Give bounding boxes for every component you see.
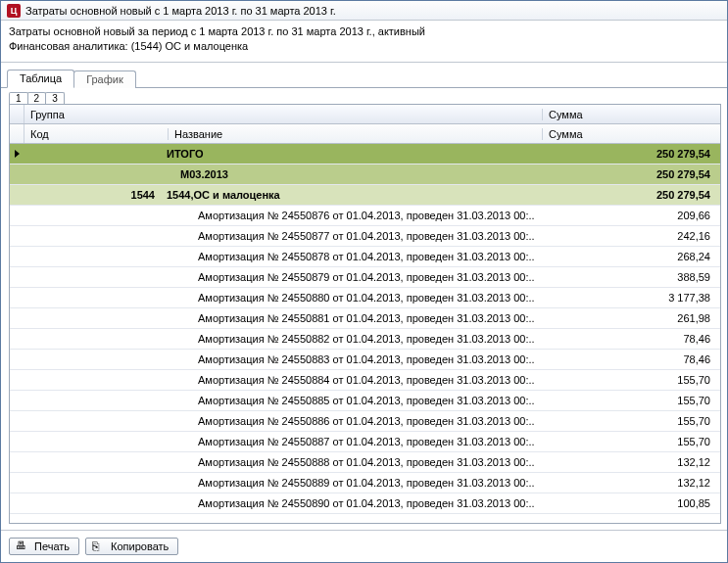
cell-name: Амортизация № 24550884 от 01.04.2013, пр… [161,374,563,386]
cell-name: Амортизация № 24550880 от 01.04.2013, пр… [161,292,563,304]
cell-sum: 268,24 [563,251,720,262]
cell-name: Амортизация № 24550887 от 01.04.2013, пр… [161,436,563,447]
cell-name: ИТОГО [161,148,563,160]
cell-sum: 261,98 [563,312,720,324]
subtab-3[interactable]: 3 [45,92,65,104]
print-icon [16,540,29,552]
cell-sum: 155,70 [563,436,720,447]
tab-table[interactable]: Таблица [7,70,74,88]
copy-icon [92,540,106,552]
table-row[interactable]: Амортизация № 24550890 от 01.04.2013, пр… [10,493,720,514]
col-marker-sub [10,124,24,143]
table-row[interactable]: Амортизация № 24550879 от 01.04.2013, пр… [10,267,720,288]
table-row[interactable]: Амортизация № 24550886 от 01.04.2013, пр… [10,411,720,432]
grid: Группа Сумма Код Название Сумма ИТОГО250… [9,104,721,524]
grid-header-groups: Группа Сумма [10,105,720,124]
copy-button[interactable]: Копировать [85,538,178,555]
row-marker [10,150,24,158]
cell-name: Амортизация № 24550879 от 01.04.2013, пр… [161,271,563,283]
table-row[interactable]: Амортизация № 24550881 от 01.04.2013, пр… [10,308,720,329]
cell-sum: 132,12 [563,477,720,489]
cell-name: Амортизация № 24550882 от 01.04.2013, пр… [161,333,563,345]
table-row[interactable]: Амортизация № 24550878 от 01.04.2013, пр… [10,247,720,267]
window: Ц Затраты основной новый с 1 марта 2013 … [0,0,728,563]
subtab-2[interactable]: 2 [27,92,47,104]
cell-sum: 155,70 [563,374,720,386]
cell-name: Амортизация № 24550889 от 01.04.2013, пр… [161,477,563,489]
cell-code: 1544 [24,189,161,201]
cell-sum: 155,70 [563,395,720,406]
app-icon: Ц [7,4,21,18]
cell-sum: 78,46 [563,333,720,345]
print-label: Печать [34,540,70,552]
cell-sum: 250 279,54 [563,168,720,180]
group-row[interactable]: 15441544,ОС и малоценка250 279,54 [10,185,720,206]
cell-sum: 242,16 [563,230,720,242]
grid-body[interactable]: ИТОГО250 279,54М03.2013250 279,541544154… [10,144,720,523]
cell-name: Амортизация № 24550888 от 01.04.2013, пр… [161,456,563,468]
cell-name: Амортизация № 24550883 от 01.04.2013, пр… [161,353,563,365]
cell-name: Амортизация № 24550885 от 01.04.2013, пр… [161,395,563,406]
cell-name: 1544,ОС и малоценка [161,189,563,201]
table-row[interactable]: Амортизация № 24550889 от 01.04.2013, пр… [10,473,720,493]
cell-sum: 250 279,54 [563,148,720,160]
tab-chart[interactable]: График [73,70,136,88]
cell-sum: 155,70 [563,415,720,427]
subtab-1[interactable]: 1 [9,92,28,104]
table-row[interactable]: Амортизация № 24550885 от 01.04.2013, пр… [10,391,720,411]
col-marker [10,105,24,123]
cell-sum: 132,12 [563,456,720,468]
cell-sum: 100,85 [563,497,720,509]
table-row[interactable]: Амортизация № 24550888 от 01.04.2013, пр… [10,452,720,473]
table-row[interactable]: Амортизация № 24550882 от 01.04.2013, пр… [10,329,720,350]
group-row[interactable]: М03.2013250 279,54 [10,164,720,185]
copy-label: Копировать [111,540,169,552]
table-row[interactable]: Амортизация № 24550880 от 01.04.2013, пр… [10,288,720,308]
table-row[interactable]: Амортизация № 24550884 от 01.04.2013, пр… [10,370,720,391]
cell-name: Амортизация № 24550886 от 01.04.2013, пр… [161,415,563,427]
current-row-arrow-icon [15,150,20,158]
footer: Печать Копировать [1,530,727,562]
cell-name: Амортизация № 24550890 от 01.04.2013, пр… [161,497,563,509]
info-line-1: Затраты основной новый за период с 1 мар… [9,24,719,39]
table-row[interactable]: Амортизация № 24550887 от 01.04.2013, пр… [10,432,720,452]
col-header-code[interactable]: Код [24,128,169,140]
cell-name: Амортизация № 24550878 от 01.04.2013, пр… [161,251,563,262]
info-line-2: Финансовая аналитика: (1544) ОС и малоце… [9,39,719,54]
table-row[interactable]: Амортизация № 24550877 от 01.04.2013, пр… [10,226,720,247]
cell-name: Амортизация № 24550881 от 01.04.2013, пр… [161,312,563,324]
cell-sum: 388,59 [563,271,720,283]
cell-sum: 250 279,54 [563,189,720,201]
table-row[interactable]: Амортизация № 24550883 от 01.04.2013, пр… [10,350,720,370]
cell-sum: 78,46 [563,353,720,365]
cell-name: Амортизация № 24550877 от 01.04.2013, пр… [161,230,563,242]
cell-name: Амортизация № 24550876 от 01.04.2013, пр… [161,210,563,221]
col-header-sum-group[interactable]: Сумма [543,109,720,120]
grid-header-detail: Код Название Сумма [10,124,720,144]
cell-sum: 3 177,38 [563,292,720,304]
info-area: Затраты основной новый за период с 1 мар… [1,21,727,63]
cell-sum: 209,66 [563,210,720,221]
col-header-group[interactable]: Группа [24,109,543,120]
print-button[interactable]: Печать [9,538,79,555]
col-header-name[interactable]: Название [169,128,543,140]
tab-strip: Таблица График [1,63,727,88]
col-header-sum[interactable]: Сумма [543,128,720,140]
group-row[interactable]: ИТОГО250 279,54 [10,144,720,164]
titlebar: Ц Затраты основной новый с 1 марта 2013 … [1,1,727,21]
cell-name: М03.2013 [161,168,563,180]
window-title: Затраты основной новый с 1 марта 2013 г.… [25,5,336,17]
table-row[interactable]: Амортизация № 24550876 от 01.04.2013, пр… [10,206,720,226]
subtab-strip: 1 2 3 [1,88,727,104]
